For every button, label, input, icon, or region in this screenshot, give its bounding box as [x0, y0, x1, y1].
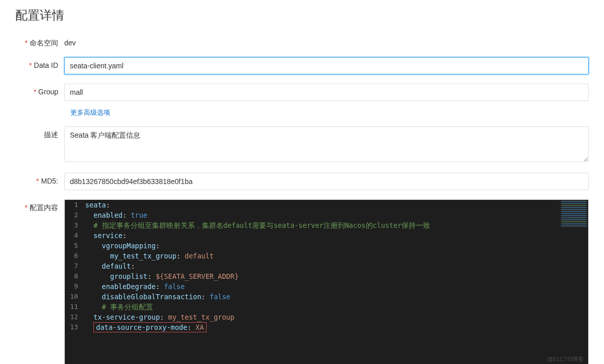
code-text[interactable]: my_test_tx_group: default: [83, 251, 588, 261]
line-number: 5: [65, 241, 83, 251]
code-text[interactable]: tx-service-group: my_test_tx_group: [83, 312, 588, 322]
code-line[interactable]: 11 # 事务分组配置: [65, 302, 588, 312]
md5-label: *MD5:: [15, 173, 64, 186]
code-line[interactable]: 8 grouplist: ${SEATA_SERVER_ADDR}: [65, 271, 588, 281]
code-text[interactable]: disableGlobalTransaction: false: [83, 292, 588, 302]
code-text[interactable]: default:: [83, 261, 588, 271]
code-line[interactable]: 6 my_test_tx_group: default: [65, 251, 588, 261]
code-line[interactable]: 13 data-source-proxy-mode: XA: [65, 322, 588, 332]
line-number: 10: [65, 292, 83, 302]
code-line[interactable]: 4 service:: [65, 230, 588, 241]
code-text[interactable]: grouplist: ${SEATA_SERVER_ADDR}: [83, 271, 588, 281]
line-number: 1: [65, 200, 83, 210]
code-editor[interactable]: 1seata:2 enabled: true3 # 指定事务分组至集群映射关系，…: [64, 199, 589, 364]
code-line[interactable]: 1seata:: [65, 200, 588, 210]
description-textarea[interactable]: Seata 客户端配置信息: [64, 126, 589, 162]
data-id-input[interactable]: seata-client.yaml: [64, 57, 589, 74]
line-number: 4: [65, 230, 83, 241]
highlight-box: data-source-proxy-mode: XA: [93, 322, 206, 332]
code-line[interactable]: 12 tx-service-group: my_test_tx_group: [65, 312, 588, 322]
line-number: 9: [65, 281, 83, 292]
code-line[interactable]: 10 disableGlobalTransaction: false: [65, 292, 588, 302]
page-title: 配置详情: [15, 7, 589, 23]
code-text[interactable]: # 指定事务分组至集群映射关系，集群名default需要与seata-serve…: [83, 220, 588, 230]
line-number: 13: [65, 322, 83, 332]
group-input[interactable]: [64, 84, 589, 101]
minimap[interactable]: [560, 200, 588, 228]
code-text[interactable]: enableDegrade: false: [83, 281, 588, 292]
code-line[interactable]: 7 default:: [65, 261, 588, 271]
description-label: 描述: [15, 126, 64, 140]
more-options-link[interactable]: 更多高级选项: [70, 107, 110, 117]
line-number: 8: [65, 271, 83, 281]
namespace-value: dev: [64, 35, 589, 48]
group-label: *Group: [15, 84, 64, 97]
code-text[interactable]: data-source-proxy-mode: XA: [83, 322, 588, 332]
watermark: @51CTO博客: [547, 354, 584, 364]
content-label: *配置内容: [15, 199, 64, 213]
line-number: 12: [65, 312, 83, 322]
namespace-label: *命名空间: [15, 35, 64, 48]
line-number: 2: [65, 210, 83, 220]
code-text[interactable]: seata:: [83, 200, 588, 210]
code-text[interactable]: vgroupMapping:: [83, 241, 588, 251]
code-line[interactable]: 2 enabled: true: [65, 210, 588, 220]
code-line[interactable]: 3 # 指定事务分组至集群映射关系，集群名default需要与seata-ser…: [65, 220, 588, 230]
line-number: 7: [65, 261, 83, 271]
code-text[interactable]: service:: [83, 230, 588, 241]
code-text[interactable]: # 事务分组配置: [83, 302, 588, 312]
line-number: 3: [65, 220, 83, 230]
md5-input[interactable]: [64, 173, 589, 190]
code-line[interactable]: 5 vgroupMapping:: [65, 241, 588, 251]
line-number: 11: [65, 302, 83, 312]
code-line[interactable]: 9 enableDegrade: false: [65, 281, 588, 292]
data-id-label: *Data ID: [15, 57, 64, 70]
code-text[interactable]: enabled: true: [83, 210, 588, 220]
line-number: 6: [65, 251, 83, 261]
